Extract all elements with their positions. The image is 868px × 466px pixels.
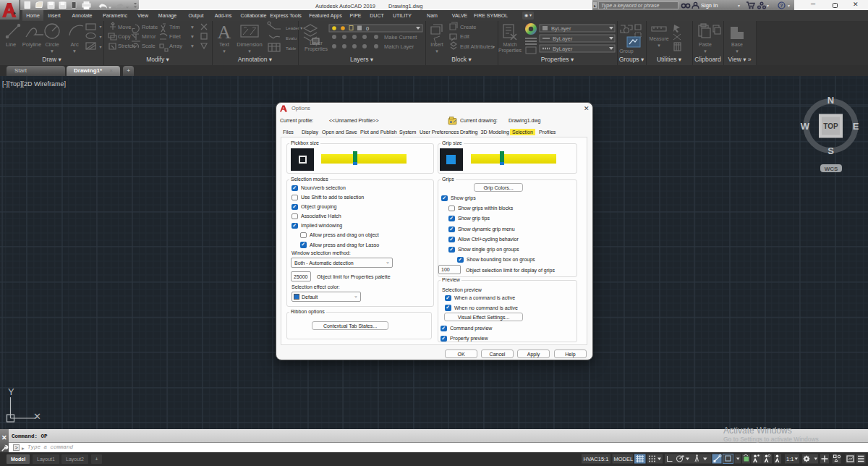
svg-text:ByLayer: ByLayer — [551, 25, 571, 32]
svg-text:MODEL: MODEL — [614, 456, 634, 462]
svg-text:Paste: Paste — [699, 42, 712, 47]
svg-text:Properties: Properties — [498, 48, 522, 54]
svg-text:Group: Group — [619, 48, 634, 54]
svg-text:▾: ▾ — [191, 33, 194, 40]
svg-text:▾: ▾ — [704, 48, 707, 54]
svg-text:▾: ▾ — [191, 43, 194, 49]
svg-text:Fillet: Fillet — [169, 33, 182, 40]
svg-text:▾: ▾ — [191, 24, 194, 30]
svg-text:▾: ▾ — [493, 45, 495, 49]
svg-text:Line: Line — [6, 41, 16, 48]
svg-text:Move: Move — [118, 24, 131, 30]
svg-text:Stretch: Stretch — [118, 43, 135, 49]
svg-text:Properties: Properties — [305, 46, 328, 52]
svg-text:Measure: Measure — [649, 36, 668, 41]
svg-text:Mirror: Mirror — [142, 33, 156, 40]
svg-text:Array: Array — [169, 43, 182, 49]
svg-text:Circle: Circle — [45, 41, 59, 48]
svg-text:▾: ▾ — [73, 48, 76, 54]
svg-text:Edit: Edit — [460, 33, 470, 40]
svg-text:Dimension: Dimension — [237, 41, 262, 48]
svg-text:Insert: Insert — [430, 42, 443, 47]
svg-text:▾: ▾ — [658, 43, 660, 48]
svg-text:0: 0 — [366, 25, 369, 32]
svg-text:Y: Y — [8, 386, 14, 397]
svg-text:Text: Text — [219, 41, 230, 48]
svg-text:▾: ▾ — [51, 48, 54, 54]
svg-text:?: ? — [780, 3, 783, 8]
svg-text:Layer: Layer — [310, 41, 323, 46]
svg-text:▾: ▾ — [223, 48, 226, 54]
svg-text:Leader ▾: Leader ▾ — [286, 26, 302, 30]
svg-text:Base: Base — [731, 42, 743, 47]
svg-text:WCS: WCS — [825, 166, 838, 172]
svg-text:E: E — [853, 121, 859, 132]
svg-text:▾: ▾ — [99, 45, 101, 49]
svg-text:HVAC15:1: HVAC15:1 — [584, 456, 609, 462]
svg-text:Table: Table — [286, 46, 297, 51]
svg-text:Create: Create — [460, 24, 477, 30]
svg-text:ByLayer: ByLayer — [553, 46, 573, 52]
svg-text:▾: ▾ — [435, 48, 438, 54]
svg-text:Match Layer: Match Layer — [384, 43, 414, 50]
svg-text:Trim: Trim — [169, 24, 180, 30]
svg-text:W: W — [801, 121, 810, 132]
svg-text:Match: Match — [503, 42, 516, 47]
svg-text:S: S — [827, 145, 834, 156]
svg-text:▾: ▾ — [99, 25, 101, 29]
svg-text:✕: ✕ — [33, 411, 41, 422]
svg-text:▾: ▾ — [99, 35, 101, 39]
svg-text:1:1: 1:1 — [786, 456, 793, 462]
svg-text:Edit Attributes: Edit Attributes — [460, 43, 494, 50]
svg-text:ByLayer: ByLayer — [553, 35, 573, 42]
svg-text:Rotate: Rotate — [142, 24, 158, 30]
svg-text:▾: ▾ — [248, 48, 251, 54]
svg-text:N: N — [827, 95, 834, 106]
svg-text:Make Current: Make Current — [384, 34, 417, 41]
svg-text:Polyline: Polyline — [22, 41, 41, 48]
svg-text:A: A — [218, 22, 231, 43]
svg-text:Evalu: Evalu — [286, 36, 297, 41]
svg-text:▾: ▾ — [736, 48, 739, 54]
svg-text:Scale: Scale — [142, 43, 156, 49]
svg-text:Copy: Copy — [118, 33, 131, 40]
svg-text:Arc: Arc — [70, 41, 79, 48]
svg-text:TOP: TOP — [823, 122, 838, 130]
